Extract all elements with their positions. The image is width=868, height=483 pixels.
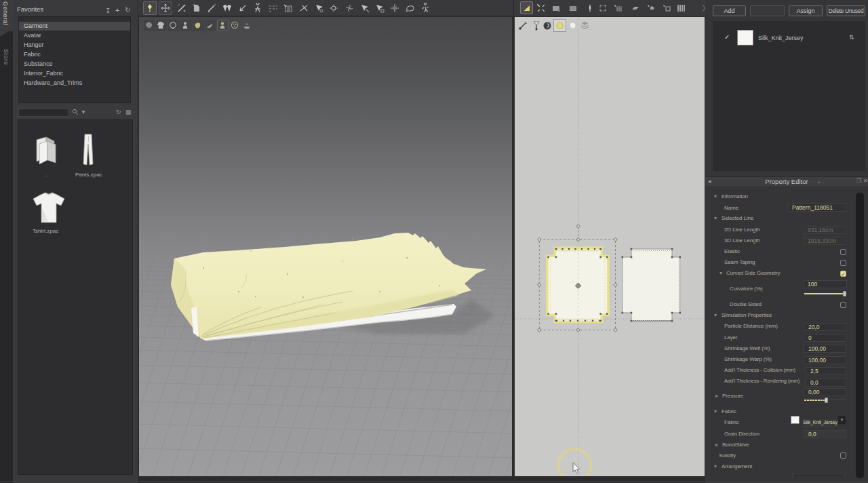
- svg-text:..: ..: [45, 172, 47, 178]
- svg-text:Pants.zpac: Pants.zpac: [75, 172, 102, 178]
- svg-text:Tshirt.zpac: Tshirt.zpac: [33, 228, 58, 234]
